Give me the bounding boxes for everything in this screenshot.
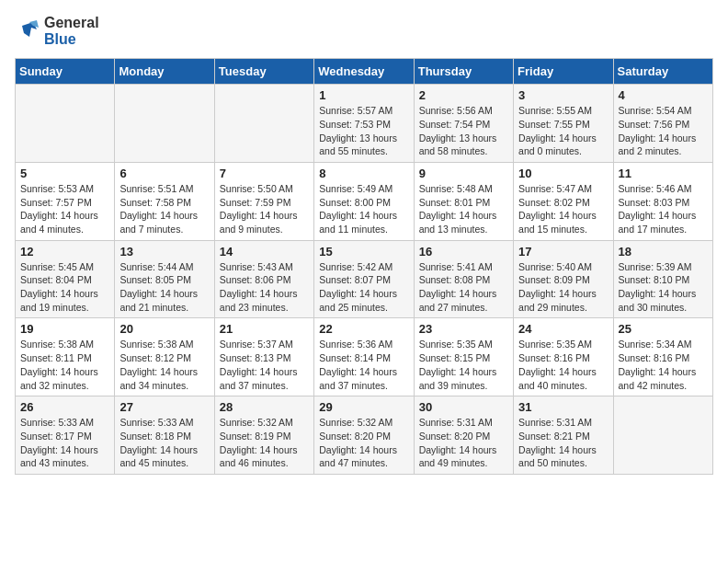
- day-number: 31: [518, 400, 608, 414]
- calendar-cell: 9Sunrise: 5:48 AM Sunset: 8:01 PM Daylig…: [414, 162, 513, 240]
- calendar-cell: 17Sunrise: 5:40 AM Sunset: 8:09 PM Dayli…: [514, 240, 613, 318]
- day-number: 23: [419, 322, 508, 336]
- day-info: Sunrise: 5:53 AM Sunset: 7:57 PM Dayligh…: [20, 182, 109, 236]
- day-number: 26: [20, 400, 109, 414]
- calendar-cell: 6Sunrise: 5:51 AM Sunset: 7:58 PM Daylig…: [115, 162, 214, 240]
- calendar-cell: [115, 85, 214, 163]
- day-info: Sunrise: 5:51 AM Sunset: 7:58 PM Dayligh…: [119, 182, 209, 236]
- day-number: 12: [20, 245, 109, 259]
- day-info: Sunrise: 5:46 AM Sunset: 8:03 PM Dayligh…: [619, 182, 708, 236]
- day-info: Sunrise: 5:35 AM Sunset: 8:16 PM Dayligh…: [518, 338, 608, 392]
- day-number: 11: [619, 167, 708, 180]
- weekday-header-sunday: Sunday: [16, 59, 115, 85]
- calendar-cell: 31Sunrise: 5:31 AM Sunset: 8:21 PM Dayli…: [514, 396, 613, 475]
- calendar-cell: [613, 396, 712, 475]
- calendar-cell: 25Sunrise: 5:34 AM Sunset: 8:16 PM Dayli…: [613, 318, 712, 396]
- calendar-cell: 26Sunrise: 5:33 AM Sunset: 8:17 PM Dayli…: [16, 396, 115, 475]
- day-number: 2: [419, 88, 508, 102]
- day-number: 8: [319, 167, 408, 180]
- calendar-cell: 30Sunrise: 5:31 AM Sunset: 8:20 PM Dayli…: [414, 396, 513, 475]
- calendar-table: SundayMondayTuesdayWednesdayThursdayFrid…: [15, 58, 713, 475]
- weekday-header-tuesday: Tuesday: [214, 59, 313, 85]
- day-info: Sunrise: 5:33 AM Sunset: 8:18 PM Dayligh…: [119, 416, 209, 470]
- day-info: Sunrise: 5:42 AM Sunset: 8:07 PM Dayligh…: [319, 260, 408, 315]
- calendar-week-2: 5Sunrise: 5:53 AM Sunset: 7:57 PM Daylig…: [16, 162, 713, 240]
- day-number: 1: [319, 88, 408, 102]
- day-info: Sunrise: 5:45 AM Sunset: 8:04 PM Dayligh…: [20, 260, 109, 315]
- calendar-week-4: 19Sunrise: 5:38 AM Sunset: 8:11 PM Dayli…: [16, 318, 713, 396]
- weekday-header-row: SundayMondayTuesdayWednesdayThursdayFrid…: [16, 59, 713, 85]
- day-info: Sunrise: 5:47 AM Sunset: 8:02 PM Dayligh…: [518, 182, 608, 236]
- logo: GeneralBlue: [15, 15, 99, 47]
- calendar-cell: 8Sunrise: 5:49 AM Sunset: 8:00 PM Daylig…: [314, 162, 414, 240]
- calendar-cell: 15Sunrise: 5:42 AM Sunset: 8:07 PM Dayli…: [314, 240, 414, 318]
- calendar-cell: 14Sunrise: 5:43 AM Sunset: 8:06 PM Dayli…: [214, 240, 313, 318]
- calendar-cell: 7Sunrise: 5:50 AM Sunset: 7:59 PM Daylig…: [214, 162, 313, 240]
- logo-bird-icon: [15, 18, 40, 44]
- day-number: 22: [319, 322, 408, 336]
- day-info: Sunrise: 5:39 AM Sunset: 8:10 PM Dayligh…: [619, 260, 708, 315]
- calendar-cell: 19Sunrise: 5:38 AM Sunset: 8:11 PM Dayli…: [16, 318, 115, 396]
- calendar-cell: [16, 85, 115, 163]
- day-number: 24: [518, 322, 608, 336]
- day-number: 19: [20, 322, 109, 336]
- day-number: 17: [518, 245, 608, 259]
- calendar-cell: 2Sunrise: 5:56 AM Sunset: 7:54 PM Daylig…: [414, 85, 513, 163]
- day-number: 27: [119, 400, 209, 414]
- day-number: 16: [419, 245, 508, 259]
- logo-general-text: General: [44, 15, 99, 31]
- day-number: 5: [20, 167, 109, 180]
- day-number: 13: [119, 245, 209, 259]
- day-number: 28: [220, 400, 309, 414]
- day-info: Sunrise: 5:55 AM Sunset: 7:55 PM Dayligh…: [518, 104, 608, 158]
- calendar-cell: 12Sunrise: 5:45 AM Sunset: 8:04 PM Dayli…: [16, 240, 115, 318]
- day-info: Sunrise: 5:44 AM Sunset: 8:05 PM Dayligh…: [119, 260, 209, 315]
- day-info: Sunrise: 5:33 AM Sunset: 8:17 PM Dayligh…: [20, 416, 109, 470]
- day-number: 21: [220, 322, 309, 336]
- day-info: Sunrise: 5:37 AM Sunset: 8:13 PM Dayligh…: [220, 338, 309, 392]
- weekday-header-friday: Friday: [514, 59, 613, 85]
- day-number: 9: [419, 167, 508, 180]
- calendar-cell: 10Sunrise: 5:47 AM Sunset: 8:02 PM Dayli…: [514, 162, 613, 240]
- day-number: 14: [220, 245, 309, 259]
- day-info: Sunrise: 5:36 AM Sunset: 8:14 PM Dayligh…: [319, 338, 408, 392]
- day-info: Sunrise: 5:41 AM Sunset: 8:08 PM Dayligh…: [419, 260, 508, 315]
- calendar-cell: 29Sunrise: 5:32 AM Sunset: 8:20 PM Dayli…: [314, 396, 414, 475]
- calendar-cell: 4Sunrise: 5:54 AM Sunset: 7:56 PM Daylig…: [613, 85, 712, 163]
- day-number: 15: [319, 245, 408, 259]
- day-number: 18: [619, 245, 708, 259]
- day-info: Sunrise: 5:34 AM Sunset: 8:16 PM Dayligh…: [619, 338, 708, 392]
- day-info: Sunrise: 5:31 AM Sunset: 8:20 PM Dayligh…: [419, 416, 508, 470]
- day-info: Sunrise: 5:57 AM Sunset: 7:53 PM Dayligh…: [319, 104, 408, 158]
- day-info: Sunrise: 5:40 AM Sunset: 8:09 PM Dayligh…: [518, 260, 608, 315]
- calendar-cell: 28Sunrise: 5:32 AM Sunset: 8:19 PM Dayli…: [214, 396, 313, 475]
- calendar-cell: 3Sunrise: 5:55 AM Sunset: 7:55 PM Daylig…: [514, 85, 613, 163]
- day-info: Sunrise: 5:43 AM Sunset: 8:06 PM Dayligh…: [220, 260, 309, 315]
- day-number: 25: [619, 322, 708, 336]
- day-info: Sunrise: 5:48 AM Sunset: 8:01 PM Dayligh…: [419, 182, 508, 236]
- day-number: 30: [419, 400, 508, 414]
- calendar-cell: 18Sunrise: 5:39 AM Sunset: 8:10 PM Dayli…: [613, 240, 712, 318]
- day-info: Sunrise: 5:38 AM Sunset: 8:11 PM Dayligh…: [20, 338, 109, 392]
- calendar-cell: [214, 85, 313, 163]
- day-info: Sunrise: 5:49 AM Sunset: 8:00 PM Dayligh…: [319, 182, 408, 236]
- calendar-cell: 16Sunrise: 5:41 AM Sunset: 8:08 PM Dayli…: [414, 240, 513, 318]
- calendar-cell: 5Sunrise: 5:53 AM Sunset: 7:57 PM Daylig…: [16, 162, 115, 240]
- day-info: Sunrise: 5:38 AM Sunset: 8:12 PM Dayligh…: [119, 338, 209, 392]
- calendar-week-3: 12Sunrise: 5:45 AM Sunset: 8:04 PM Dayli…: [16, 240, 713, 318]
- day-info: Sunrise: 5:35 AM Sunset: 8:15 PM Dayligh…: [419, 338, 508, 392]
- day-number: 29: [319, 400, 408, 414]
- weekday-header-saturday: Saturday: [613, 59, 712, 85]
- calendar-week-5: 26Sunrise: 5:33 AM Sunset: 8:17 PM Dayli…: [16, 396, 713, 475]
- logo-blue-text: Blue: [44, 31, 99, 48]
- calendar-cell: 20Sunrise: 5:38 AM Sunset: 8:12 PM Dayli…: [115, 318, 214, 396]
- calendar-cell: 24Sunrise: 5:35 AM Sunset: 8:16 PM Dayli…: [514, 318, 613, 396]
- day-number: 4: [619, 88, 708, 102]
- weekday-header-wednesday: Wednesday: [314, 59, 414, 85]
- day-info: Sunrise: 5:32 AM Sunset: 8:20 PM Dayligh…: [319, 416, 408, 470]
- calendar-cell: 11Sunrise: 5:46 AM Sunset: 8:03 PM Dayli…: [613, 162, 712, 240]
- day-info: Sunrise: 5:32 AM Sunset: 8:19 PM Dayligh…: [220, 416, 309, 470]
- day-number: 20: [119, 322, 209, 336]
- weekday-header-thursday: Thursday: [414, 59, 513, 85]
- day-info: Sunrise: 5:31 AM Sunset: 8:21 PM Dayligh…: [518, 416, 608, 470]
